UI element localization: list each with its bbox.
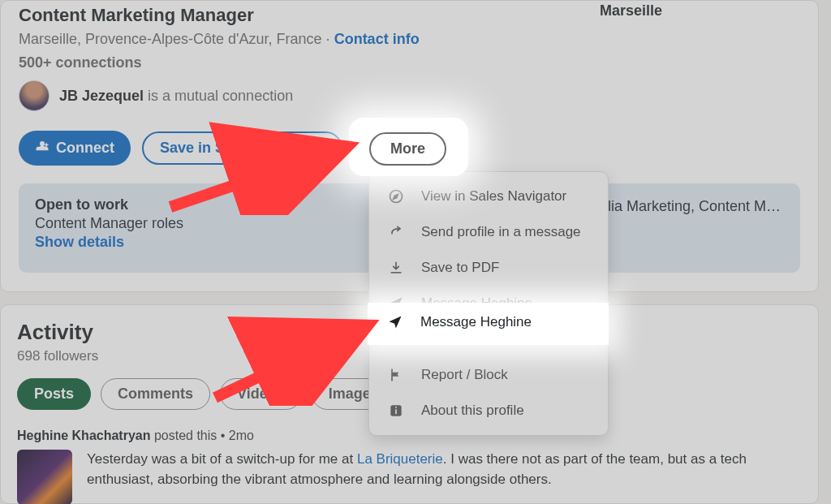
- tab-posts[interactable]: Posts: [17, 378, 91, 410]
- mutual-text: JB Jezequel is a mutual connection: [59, 88, 293, 105]
- menu-about-profile[interactable]: About this profile: [369, 393, 608, 429]
- menu-label: About this profile: [421, 403, 524, 419]
- post-thumbnail: [17, 450, 72, 504]
- menu-view-sales-navigator[interactable]: View in Sales Navigator: [369, 179, 608, 214]
- menu-report-block[interactable]: Report / Block: [369, 357, 608, 393]
- activity-title: Activity: [17, 320, 93, 345]
- post-row[interactable]: Yesterday was a bit of a switch-up for m…: [17, 450, 802, 504]
- activity-tabs: Posts Comments Videos Images: [17, 378, 396, 410]
- location-text: Marseille, Provence-Alpes-Côte d'Azur, F…: [19, 31, 322, 47]
- menu-message[interactable]: Message Heghine: [368, 303, 607, 342]
- menu-label: Message Heghine: [420, 314, 532, 330]
- compass-icon: [385, 188, 407, 205]
- tab-videos[interactable]: Videos: [220, 378, 302, 410]
- menu-message-highlighted: Message Heghine: [368, 303, 607, 342]
- post-mention[interactable]: La Briqueterie: [357, 451, 443, 467]
- connections-count[interactable]: 500+ connections: [19, 54, 142, 71]
- mutual-name: JB Jezequel: [59, 88, 144, 104]
- connect-button[interactable]: Connect: [19, 131, 131, 166]
- post-pre: Yesterday was a bit of a switch-up for m…: [87, 451, 357, 467]
- post-sep: •: [221, 429, 226, 442]
- connect-label: Connect: [56, 140, 114, 157]
- location-line: Marseille, Provence-Alpes-Côte d'Azur, F…: [19, 31, 420, 48]
- mutual-connection-row[interactable]: JB Jezequel is a mutual connection: [19, 80, 293, 111]
- connect-icon: [35, 139, 50, 157]
- tab-comments[interactable]: Comments: [101, 378, 210, 410]
- org-location: Marseille: [600, 2, 662, 19]
- menu-send-profile[interactable]: Send profile in a message: [369, 214, 608, 250]
- contact-info-link[interactable]: Contact info: [334, 31, 420, 47]
- menu-save-pdf[interactable]: Save to PDF: [369, 250, 608, 286]
- followers-count[interactable]: 698 followers: [17, 348, 98, 364]
- avatar: [19, 80, 50, 111]
- menu-label: Save to PDF: [421, 260, 499, 276]
- menu-label: Send profile in a message: [421, 224, 581, 240]
- post-author[interactable]: Heghine Khachatryan: [17, 429, 150, 442]
- share-arrow-icon: [385, 224, 407, 240]
- mutual-suffix: is a mutual connection: [148, 88, 293, 104]
- svg-rect-3: [395, 407, 397, 408]
- post-verb: posted this: [154, 429, 217, 442]
- download-icon: [385, 260, 407, 276]
- post-meta: Heghine Khachatryan posted this • 2mo: [17, 429, 254, 443]
- post-age: 2mo: [229, 429, 254, 442]
- separator: ·: [326, 31, 330, 47]
- post-text: Yesterday was a bit of a switch-up for m…: [87, 450, 802, 504]
- paper-plane-icon: [385, 314, 406, 330]
- otw-extra-text: lia Marketing, Content M…: [608, 198, 781, 215]
- flag-icon: [385, 367, 407, 383]
- info-icon: [385, 403, 407, 419]
- svg-rect-2: [395, 409, 397, 414]
- job-title: Content Marketing Manager: [19, 5, 254, 26]
- menu-label: View in Sales Navigator: [421, 188, 566, 205]
- menu-label: Report / Block: [421, 367, 508, 383]
- more-button[interactable]: More: [369, 132, 446, 166]
- save-navigator-button[interactable]: Save in Sales Navigator: [142, 131, 342, 165]
- more-button-highlighted: More: [369, 132, 446, 166]
